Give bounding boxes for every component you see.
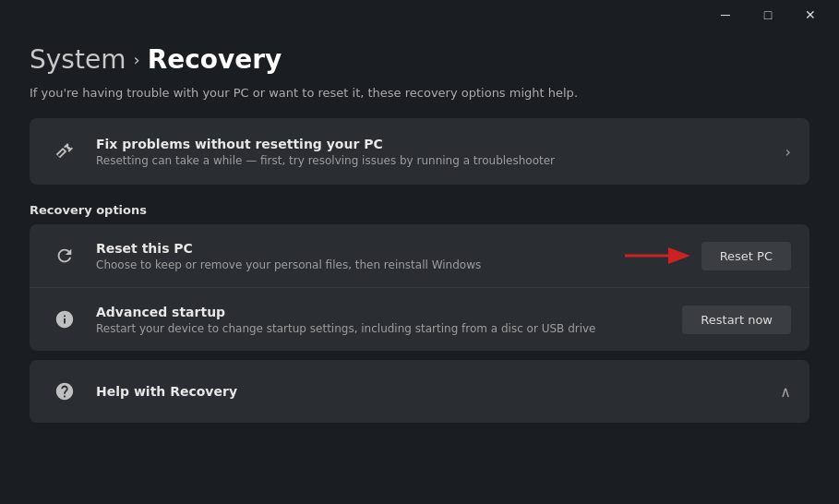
advanced-startup-description: Restart your device to change startup se… <box>96 322 682 335</box>
reset-pc-row: Reset this PC Choose to keep or remove y… <box>30 224 809 288</box>
recovery-options-header: Recovery options <box>30 203 809 217</box>
help-with-recovery-label: Help with Recovery <box>96 384 780 399</box>
system-label: System <box>30 44 126 75</box>
reset-pc-title: Reset this PC <box>96 241 701 256</box>
reset-pc-description: Choose to keep or remove your personal f… <box>96 258 701 271</box>
fix-problems-chevron: › <box>785 143 791 161</box>
fix-problems-icon <box>48 135 81 168</box>
breadcrumb-chevron: › <box>133 50 139 69</box>
fix-problems-text: Fix problems without resetting your PC R… <box>96 137 776 167</box>
fix-problems-card[interactable]: Fix problems without resetting your PC R… <box>30 118 809 185</box>
reset-pc-text: Reset this PC Choose to keep or remove y… <box>96 241 701 271</box>
close-button[interactable]: ✕ <box>789 0 832 30</box>
restart-now-button[interactable]: Restart now <box>682 306 791 334</box>
advanced-startup-title: Advanced startup <box>96 305 682 319</box>
recovery-options-card: Reset this PC Choose to keep or remove y… <box>30 224 809 351</box>
fix-problems-description: Resetting can take a while — first, try … <box>96 154 776 167</box>
help-with-recovery-card[interactable]: Help with Recovery ∧ <box>30 360 809 423</box>
help-chevron-up: ∧ <box>780 383 791 401</box>
advanced-startup-icon <box>48 303 81 336</box>
advanced-startup-row: Advanced startup Restart your device to … <box>30 288 809 351</box>
page-subtitle: If you're having trouble with your PC or… <box>30 86 809 100</box>
reset-pc-icon <box>48 239 81 272</box>
advanced-startup-text: Advanced startup Restart your device to … <box>96 305 682 335</box>
breadcrumb: System › Recovery <box>30 44 809 75</box>
minimize-button[interactable]: ─ <box>704 0 747 30</box>
reset-pc-button[interactable]: Reset PC <box>701 242 791 270</box>
maximize-button[interactable]: □ <box>747 0 789 30</box>
main-content: System › Recovery If you're having troub… <box>0 30 839 441</box>
title-bar: ─ □ ✕ <box>0 0 839 30</box>
help-icon <box>48 375 81 408</box>
fix-problems-title: Fix problems without resetting your PC <box>96 137 776 151</box>
page-title: Recovery <box>148 44 282 75</box>
